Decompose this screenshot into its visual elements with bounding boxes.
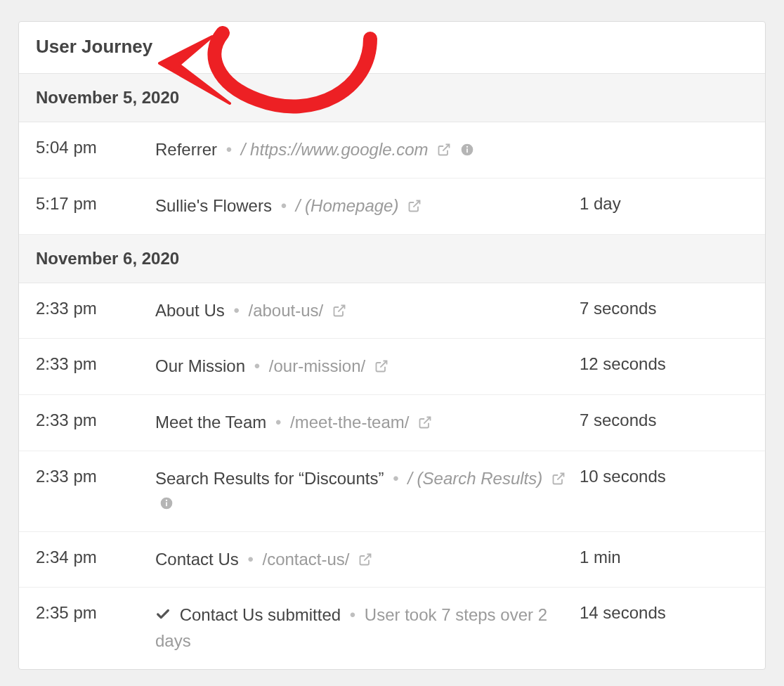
date-header: November 6, 2020 <box>19 235 765 283</box>
journey-row: 2:33 pm Our Mission • /our-mission/ 12 s… <box>19 339 765 395</box>
journey-row: 2:35 pm Contact Us submitted • User took… <box>19 588 765 669</box>
separator-dot: • <box>388 469 403 488</box>
entry-time: 5:04 pm <box>36 138 155 157</box>
journey-row: 5:04 pm Referrer • / https://www.google.… <box>19 122 765 179</box>
separator-dot: • <box>277 196 291 215</box>
panel-title: User Journey <box>19 22 765 74</box>
date-header: November 5, 2020 <box>19 74 765 122</box>
entry-title: Contact Us <box>155 550 239 569</box>
entry-path: / (Homepage) <box>296 196 399 215</box>
external-link-icon[interactable] <box>358 552 372 567</box>
journey-row: 2:33 pm About Us • /about-us/ 7 seconds <box>19 283 765 339</box>
entry-duration: 14 seconds <box>580 603 748 623</box>
svg-point-5 <box>166 499 167 500</box>
check-icon <box>155 607 176 626</box>
entry-path: / (Search Results) <box>407 469 542 488</box>
external-link-icon[interactable] <box>437 143 451 157</box>
journey-row: 2:33 pm Search Results for “Discounts” •… <box>19 451 765 532</box>
external-link-icon[interactable] <box>418 415 432 429</box>
svg-rect-4 <box>166 502 167 506</box>
entry-title: Search Results for “Discounts” <box>155 469 384 488</box>
entry-time: 2:33 pm <box>36 467 155 486</box>
entry-path: /meet-the-team/ <box>290 413 409 432</box>
entry-time: 2:35 pm <box>36 603 155 623</box>
separator-dot: • <box>222 140 236 159</box>
entry-main: Meet the Team • /meet-the-team/ <box>155 410 580 435</box>
entry-duration: 12 seconds <box>580 354 748 374</box>
entry-main: Sullie's Flowers • / (Homepage) <box>155 194 580 219</box>
svg-rect-1 <box>466 148 468 153</box>
separator-dot: • <box>243 550 257 569</box>
external-link-icon[interactable] <box>374 359 388 373</box>
svg-point-2 <box>466 146 468 148</box>
info-icon[interactable] <box>460 143 474 157</box>
entry-time: 2:33 pm <box>36 410 155 430</box>
external-link-icon[interactable] <box>551 472 566 486</box>
external-link-icon[interactable] <box>332 304 346 318</box>
separator-dot: • <box>271 413 285 432</box>
entry-path: /about-us/ <box>248 301 323 320</box>
entry-time: 2:34 pm <box>36 548 155 567</box>
entry-time: 2:33 pm <box>36 354 155 374</box>
entry-main: About Us • /about-us/ <box>155 299 580 323</box>
separator-dot: • <box>250 356 264 375</box>
entry-path: /contact-us/ <box>262 550 349 569</box>
entry-main: Our Mission • /our-mission/ <box>155 354 580 379</box>
entry-duration: 10 seconds <box>580 467 748 486</box>
entry-time: 2:33 pm <box>36 299 155 318</box>
entry-main: Contact Us • /contact-us/ <box>155 548 580 572</box>
entry-title: Our Mission <box>155 356 245 375</box>
entry-duration: 1 day <box>580 194 748 214</box>
entry-duration: 1 min <box>580 548 748 567</box>
entry-main: Search Results for “Discounts” • / (Sear… <box>155 467 580 516</box>
journey-row: 5:17 pm Sullie's Flowers • / (Homepage) … <box>19 179 765 235</box>
entry-title: About Us <box>155 301 225 320</box>
journey-row: 2:34 pm Contact Us • /contact-us/ 1 min <box>19 532 765 588</box>
separator-dot: • <box>346 605 360 624</box>
user-journey-panel: User Journey November 5, 2020 5:04 pm Re… <box>18 21 766 670</box>
entry-path: / https://www.google.com <box>241 140 429 159</box>
info-icon[interactable] <box>159 496 174 510</box>
entry-title: Contact Us submitted <box>180 605 341 624</box>
separator-dot: • <box>229 301 243 320</box>
entry-duration: 7 seconds <box>580 410 748 430</box>
entry-main: Contact Us submitted • User took 7 steps… <box>155 603 580 654</box>
journey-row: 2:33 pm Meet the Team • /meet-the-team/ … <box>19 395 765 451</box>
entry-path: /our-mission/ <box>269 356 365 375</box>
entry-title: Meet the Team <box>155 413 266 432</box>
entry-time: 5:17 pm <box>36 194 155 214</box>
entry-duration: 7 seconds <box>580 299 748 318</box>
entry-main: Referrer • / https://www.google.com <box>155 138 580 162</box>
entry-title: Referrer <box>155 140 217 159</box>
entry-title: Sullie's Flowers <box>155 196 272 215</box>
external-link-icon[interactable] <box>407 199 422 213</box>
